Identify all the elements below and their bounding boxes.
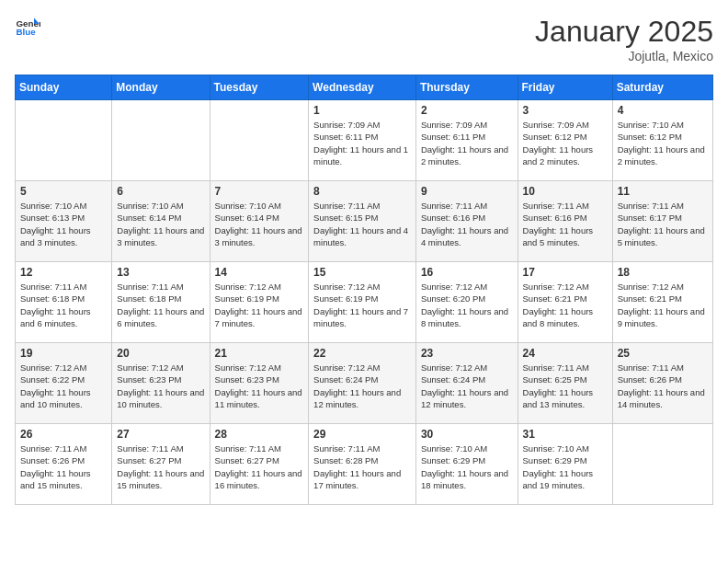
day-number: 1 bbox=[313, 104, 411, 117]
day-number: 22 bbox=[313, 347, 411, 360]
day-info: Sunrise: 7:10 AMSunset: 6:14 PMDaylight:… bbox=[215, 200, 304, 248]
calendar-cell: 27Sunrise: 7:11 AMSunset: 6:27 PMDayligh… bbox=[112, 424, 210, 505]
calendar-header: SundayMondayTuesdayWednesdayThursdayFrid… bbox=[16, 75, 713, 100]
day-number: 27 bbox=[117, 428, 204, 441]
calendar-cell: 12Sunrise: 7:11 AMSunset: 6:18 PMDayligh… bbox=[16, 262, 112, 343]
calendar-week-2: 5Sunrise: 7:10 AMSunset: 6:13 PMDaylight… bbox=[16, 181, 713, 262]
day-info: Sunrise: 7:09 AMSunset: 6:12 PMDaylight:… bbox=[523, 119, 608, 167]
calendar-cell: 13Sunrise: 7:11 AMSunset: 6:18 PMDayligh… bbox=[112, 262, 210, 343]
calendar-cell: 19Sunrise: 7:12 AMSunset: 6:22 PMDayligh… bbox=[16, 343, 112, 424]
day-info: Sunrise: 7:12 AMSunset: 6:23 PMDaylight:… bbox=[215, 362, 304, 410]
logo: General Blue bbox=[15, 15, 40, 40]
day-number: 26 bbox=[20, 428, 107, 441]
day-number: 20 bbox=[117, 347, 204, 360]
calendar-cell: 30Sunrise: 7:10 AMSunset: 6:29 PMDayligh… bbox=[415, 424, 518, 505]
calendar-cell: 3Sunrise: 7:09 AMSunset: 6:12 PMDaylight… bbox=[518, 100, 612, 181]
calendar-week-3: 12Sunrise: 7:11 AMSunset: 6:18 PMDayligh… bbox=[16, 262, 713, 343]
calendar-title: January 2025 bbox=[535, 15, 713, 49]
calendar-cell: 31Sunrise: 7:10 AMSunset: 6:29 PMDayligh… bbox=[518, 424, 612, 505]
calendar-table: SundayMondayTuesdayWednesdayThursdayFrid… bbox=[15, 75, 713, 505]
day-info: Sunrise: 7:11 AMSunset: 6:18 PMDaylight:… bbox=[117, 281, 204, 329]
day-info: Sunrise: 7:11 AMSunset: 6:28 PMDaylight:… bbox=[313, 442, 411, 491]
day-info: Sunrise: 7:11 AMSunset: 6:17 PMDaylight:… bbox=[618, 200, 708, 248]
col-header-thursday: Thursday bbox=[415, 75, 518, 100]
day-info: Sunrise: 7:10 AMSunset: 6:14 PMDaylight:… bbox=[117, 200, 204, 248]
day-number: 5 bbox=[20, 185, 107, 198]
day-info: Sunrise: 7:12 AMSunset: 6:23 PMDaylight:… bbox=[117, 362, 204, 410]
day-info: Sunrise: 7:12 AMSunset: 6:21 PMDaylight:… bbox=[523, 281, 608, 329]
day-number: 11 bbox=[618, 185, 708, 198]
day-number: 16 bbox=[421, 266, 513, 279]
day-info: Sunrise: 7:11 AMSunset: 6:16 PMDaylight:… bbox=[523, 200, 608, 248]
day-number: 19 bbox=[20, 347, 107, 360]
calendar-cell bbox=[612, 424, 712, 505]
col-header-monday: Monday bbox=[112, 75, 210, 100]
day-info: Sunrise: 7:12 AMSunset: 6:19 PMDaylight:… bbox=[313, 281, 411, 329]
title-block: January 2025 Jojutla, Mexico bbox=[535, 15, 713, 63]
calendar-cell: 10Sunrise: 7:11 AMSunset: 6:16 PMDayligh… bbox=[518, 181, 612, 262]
day-number: 28 bbox=[215, 428, 304, 441]
day-info: Sunrise: 7:09 AMSunset: 6:11 PMDaylight:… bbox=[421, 119, 513, 167]
day-info: Sunrise: 7:12 AMSunset: 6:22 PMDaylight:… bbox=[20, 362, 107, 410]
calendar-week-1: 1Sunrise: 7:09 AMSunset: 6:11 PMDaylight… bbox=[16, 100, 713, 181]
calendar-cell bbox=[112, 100, 210, 181]
col-header-friday: Friday bbox=[518, 75, 612, 100]
day-number: 12 bbox=[20, 266, 107, 279]
col-header-wednesday: Wednesday bbox=[309, 75, 416, 100]
calendar-cell: 15Sunrise: 7:12 AMSunset: 6:19 PMDayligh… bbox=[309, 262, 416, 343]
day-info: Sunrise: 7:10 AMSunset: 6:13 PMDaylight:… bbox=[20, 200, 107, 248]
day-info: Sunrise: 7:11 AMSunset: 6:18 PMDaylight:… bbox=[20, 281, 107, 329]
day-info: Sunrise: 7:11 AMSunset: 6:26 PMDaylight:… bbox=[20, 442, 107, 491]
calendar-cell: 17Sunrise: 7:12 AMSunset: 6:21 PMDayligh… bbox=[518, 262, 612, 343]
day-info: Sunrise: 7:11 AMSunset: 6:25 PMDaylight:… bbox=[523, 362, 608, 410]
day-number: 15 bbox=[313, 266, 411, 279]
day-number: 14 bbox=[215, 266, 304, 279]
calendar-cell: 6Sunrise: 7:10 AMSunset: 6:14 PMDaylight… bbox=[112, 181, 210, 262]
day-info: Sunrise: 7:12 AMSunset: 6:21 PMDaylight:… bbox=[618, 281, 708, 329]
calendar-cell: 18Sunrise: 7:12 AMSunset: 6:21 PMDayligh… bbox=[612, 262, 712, 343]
day-number: 10 bbox=[523, 185, 608, 198]
day-info: Sunrise: 7:09 AMSunset: 6:11 PMDaylight:… bbox=[313, 119, 411, 167]
day-info: Sunrise: 7:10 AMSunset: 6:29 PMDaylight:… bbox=[421, 442, 513, 491]
col-header-saturday: Saturday bbox=[612, 75, 712, 100]
day-number: 25 bbox=[618, 347, 708, 360]
calendar-cell: 23Sunrise: 7:12 AMSunset: 6:24 PMDayligh… bbox=[415, 343, 518, 424]
calendar-cell: 8Sunrise: 7:11 AMSunset: 6:15 PMDaylight… bbox=[309, 181, 416, 262]
svg-text:Blue: Blue bbox=[16, 27, 36, 37]
calendar-cell: 20Sunrise: 7:12 AMSunset: 6:23 PMDayligh… bbox=[112, 343, 210, 424]
calendar-cell: 28Sunrise: 7:11 AMSunset: 6:27 PMDayligh… bbox=[210, 424, 309, 505]
day-number: 7 bbox=[215, 185, 304, 198]
calendar-cell: 7Sunrise: 7:10 AMSunset: 6:14 PMDaylight… bbox=[210, 181, 309, 262]
calendar-cell: 2Sunrise: 7:09 AMSunset: 6:11 PMDaylight… bbox=[415, 100, 518, 181]
page-header: General Blue January 2025 Jojutla, Mexic… bbox=[15, 15, 713, 63]
col-header-sunday: Sunday bbox=[16, 75, 112, 100]
day-number: 4 bbox=[618, 104, 708, 117]
calendar-cell: 9Sunrise: 7:11 AMSunset: 6:16 PMDaylight… bbox=[415, 181, 518, 262]
calendar-subtitle: Jojutla, Mexico bbox=[535, 49, 713, 63]
day-number: 2 bbox=[421, 104, 513, 117]
day-number: 24 bbox=[523, 347, 608, 360]
calendar-cell: 16Sunrise: 7:12 AMSunset: 6:20 PMDayligh… bbox=[415, 262, 518, 343]
day-number: 31 bbox=[523, 428, 608, 441]
day-number: 29 bbox=[313, 428, 411, 441]
calendar-cell: 14Sunrise: 7:12 AMSunset: 6:19 PMDayligh… bbox=[210, 262, 309, 343]
day-info: Sunrise: 7:12 AMSunset: 6:24 PMDaylight:… bbox=[313, 362, 411, 410]
col-header-tuesday: Tuesday bbox=[210, 75, 309, 100]
calendar-cell: 26Sunrise: 7:11 AMSunset: 6:26 PMDayligh… bbox=[16, 424, 112, 505]
day-info: Sunrise: 7:10 AMSunset: 6:29 PMDaylight:… bbox=[523, 442, 608, 491]
day-info: Sunrise: 7:12 AMSunset: 6:24 PMDaylight:… bbox=[421, 362, 513, 410]
calendar-cell: 11Sunrise: 7:11 AMSunset: 6:17 PMDayligh… bbox=[612, 181, 712, 262]
day-number: 21 bbox=[215, 347, 304, 360]
calendar-cell bbox=[16, 100, 112, 181]
day-info: Sunrise: 7:11 AMSunset: 6:26 PMDaylight:… bbox=[618, 362, 708, 410]
day-number: 13 bbox=[117, 266, 204, 279]
day-number: 17 bbox=[523, 266, 608, 279]
day-info: Sunrise: 7:11 AMSunset: 6:16 PMDaylight:… bbox=[421, 200, 513, 248]
calendar-cell: 21Sunrise: 7:12 AMSunset: 6:23 PMDayligh… bbox=[210, 343, 309, 424]
calendar-week-5: 26Sunrise: 7:11 AMSunset: 6:26 PMDayligh… bbox=[16, 424, 713, 505]
calendar-cell: 22Sunrise: 7:12 AMSunset: 6:24 PMDayligh… bbox=[309, 343, 416, 424]
calendar-cell bbox=[210, 100, 309, 181]
day-number: 23 bbox=[421, 347, 513, 360]
day-number: 9 bbox=[421, 185, 513, 198]
calendar-cell: 24Sunrise: 7:11 AMSunset: 6:25 PMDayligh… bbox=[518, 343, 612, 424]
